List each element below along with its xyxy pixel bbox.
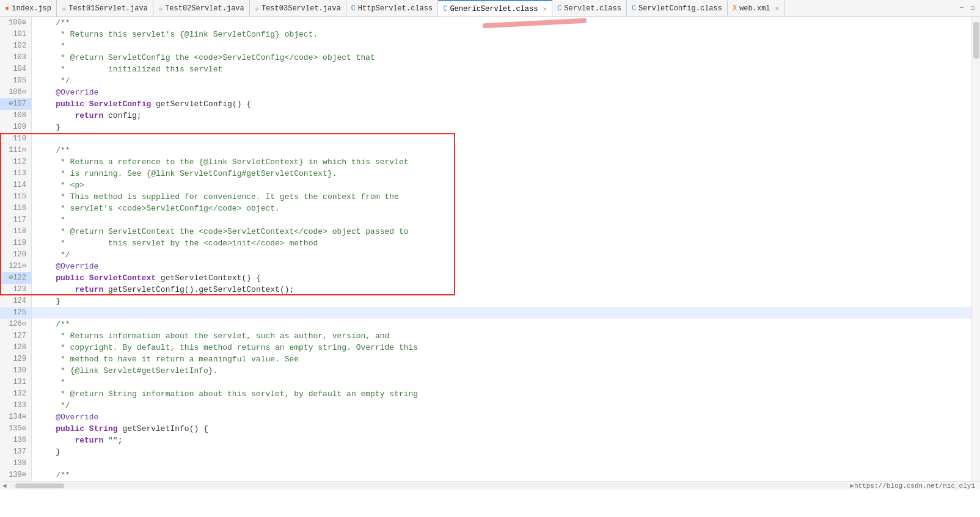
- line-content-132: * @return String information about this …: [32, 388, 418, 400]
- code-line-132: 132 * @return String information about t…: [0, 388, 971, 400]
- line-content-138: [32, 458, 42, 469]
- code-line-116: 116 * servlet's <code>ServletConfig</cod…: [0, 203, 971, 214]
- line-num-110: 110: [0, 133, 32, 145]
- code-scroll[interactable]: 100⊖ /** 101 * Returns this servlet's {@…: [0, 17, 971, 481]
- horizontal-scrollbar-thumb[interactable]: [15, 483, 64, 488]
- code-line-138: 138: [0, 458, 971, 469]
- line-num-116: 116: [0, 203, 32, 214]
- line-content-130: * {@link Servlet#getServletInfo}.: [32, 365, 218, 377]
- tab-test02[interactable]: ☕ Test02Servlet.java: [153, 0, 250, 16]
- class-icon2: C: [443, 5, 447, 13]
- line-num-106: 106⊖: [0, 87, 32, 98]
- jsp-icon: ●: [5, 4, 9, 13]
- line-content-133: */: [32, 400, 70, 411]
- tab-servlet[interactable]: C Servlet.class: [552, 0, 627, 16]
- class-icon4: C: [632, 4, 636, 13]
- tab-test03[interactable]: ☕ Test03Servlet.java: [250, 0, 346, 16]
- java-icon3: ☕: [255, 4, 259, 13]
- tab-genericservlet[interactable]: C GenericServlet.class ✕: [438, 0, 552, 16]
- line-content-119: * this servlet by the <code>init</code> …: [32, 237, 318, 249]
- code-line-137: 137 }: [0, 446, 971, 458]
- line-content-115: * This method is supplied for convenienc…: [32, 191, 399, 203]
- line-content-122: public ServletContext getServletContext(…: [32, 272, 261, 284]
- line-content-131: *: [32, 377, 65, 388]
- status-url: https://blog.csdn.net/nic_oly1: [854, 482, 975, 490]
- code-line-104: 104 * initialized this servlet: [0, 63, 971, 75]
- code-line-103: 103 * @return ServletConfig the <code>Se…: [0, 52, 971, 63]
- line-num-118: 118: [0, 226, 32, 237]
- line-num-114: 114: [0, 179, 32, 191]
- tab-httpservlet[interactable]: C HttpServlet.class: [346, 0, 439, 16]
- line-num-121: 121⊖: [0, 261, 32, 272]
- code-line-136: 136 return "";: [0, 435, 971, 446]
- line-content-120: */: [32, 249, 70, 261]
- line-num-126: 126⊖: [0, 319, 32, 330]
- line-content-102: *: [32, 40, 65, 52]
- code-line-112: 112 * Returns a reference to the {@link …: [0, 156, 971, 168]
- maximize-button[interactable]: □: [968, 4, 978, 13]
- code-line-121: 121⊖ @Override: [0, 261, 971, 272]
- line-content-139: /**: [32, 469, 70, 481]
- tab-servletconfig[interactable]: C ServletConfig.class: [627, 0, 728, 16]
- line-content-101: * Returns this servlet's {@link ServletC…: [32, 29, 318, 40]
- window-controls: ─ □: [957, 4, 980, 13]
- code-line-100: 100⊖ /**: [0, 17, 971, 29]
- line-content-129: * method to have it return a meaningful …: [32, 353, 299, 365]
- line-num-136: 136: [0, 435, 32, 446]
- line-content-117: *: [32, 214, 65, 226]
- code-line-122: ⊖122 public ServletContext getServletCon…: [0, 272, 971, 284]
- vertical-scrollbar[interactable]: [971, 17, 980, 481]
- line-content-112: * Returns a reference to the {@link Serv…: [32, 156, 409, 168]
- line-num-135: 135⊖: [0, 423, 32, 435]
- line-num-115: 115: [0, 191, 32, 203]
- close-tab-icon[interactable]: ✕: [543, 5, 547, 13]
- code-line-125: 125: [0, 307, 971, 319]
- code-line-130: 130 * {@link Servlet#getServletInfo}.: [0, 365, 971, 377]
- minimize-button[interactable]: ─: [957, 4, 967, 13]
- code-line-108: 108 return config;: [0, 110, 971, 121]
- line-num-127: 127: [0, 330, 32, 342]
- line-content-106: @Override: [32, 87, 98, 98]
- code-line-129: 129 * method to have it return a meaning…: [0, 353, 971, 365]
- line-content-105: */: [32, 75, 70, 87]
- scrollbar-thumb[interactable]: [973, 22, 979, 59]
- line-content-128: * copyright. By default, this method ret…: [32, 342, 418, 353]
- line-num-111: 111⊖: [0, 145, 32, 156]
- code-line-119: 119 * this servlet by the <code>init</co…: [0, 237, 971, 249]
- tab-index[interactable]: ● index.jsp: [0, 0, 57, 16]
- line-num-120: 120: [0, 249, 32, 261]
- tab-webxml[interactable]: X web.xml ✕: [728, 0, 784, 16]
- line-content-110: [32, 133, 42, 145]
- horizontal-scroll-arrow-right[interactable]: ▶: [850, 482, 854, 490]
- code-line-134: 134⊖ @Override: [0, 411, 971, 423]
- line-content-134: @Override: [32, 411, 98, 423]
- line-content-104: * initialized this servlet: [32, 63, 222, 75]
- code-line-101: 101 * Returns this servlet's {@link Serv…: [0, 29, 971, 40]
- code-line-131: 131 *: [0, 377, 971, 388]
- editor-wrapper: 100⊖ /** 101 * Returns this servlet's {@…: [0, 17, 980, 490]
- line-content-123: return getServletConfig().getServletCont…: [32, 284, 294, 295]
- close-tab-webxml-icon[interactable]: ✕: [775, 4, 780, 12]
- line-num-131: 131: [0, 377, 32, 388]
- line-num-134: 134⊖: [0, 411, 32, 423]
- code-line-117: 117 *: [0, 214, 971, 226]
- code-line-128: 128 * copyright. By default, this method…: [0, 342, 971, 353]
- code-container: 100⊖ /** 101 * Returns this servlet's {@…: [0, 17, 971, 481]
- class-icon3: C: [557, 4, 561, 13]
- line-content-127: * Returns information about the servlet,…: [32, 330, 389, 342]
- line-num-124: 124: [0, 295, 32, 307]
- code-line-115: 115 * This method is supplied for conven…: [0, 191, 971, 203]
- line-num-101: 101: [0, 29, 32, 40]
- line-content-135: public String getServletInfo() {: [32, 423, 208, 435]
- tab-bar: ● index.jsp ☕ Test01Servlet.java ☕ Test0…: [0, 0, 980, 17]
- horizontal-scroll-arrow-left[interactable]: ◀: [2, 482, 7, 490]
- line-num-123: 123: [0, 284, 32, 295]
- line-num-128: 128: [0, 342, 32, 353]
- xml-icon: X: [733, 4, 737, 13]
- line-content-125: [32, 307, 42, 319]
- code-line-127: 127 * Returns information about the serv…: [0, 330, 971, 342]
- line-content-114: * <p>: [32, 179, 84, 191]
- tab-test01[interactable]: ☕ Test01Servlet.java: [57, 0, 153, 16]
- code-line-109: 109 }: [0, 121, 971, 133]
- code-line-126: 126⊖ /**: [0, 319, 971, 330]
